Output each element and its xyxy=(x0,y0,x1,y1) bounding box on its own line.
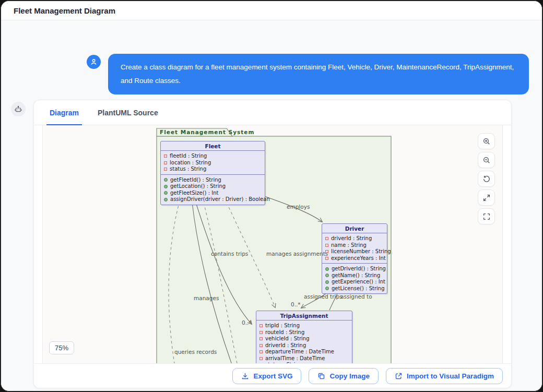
attribute-icon xyxy=(325,237,328,240)
attribute-icon xyxy=(259,337,263,340)
member-text: status : String xyxy=(265,362,302,363)
class-member: departureTime : DateTime xyxy=(259,349,349,355)
class-member: licenseNumber : String xyxy=(325,248,384,255)
class-member: getLicense() : String xyxy=(325,286,384,292)
class-member: getLocation() : String xyxy=(164,183,262,190)
class-member: getFleetId() : String xyxy=(164,177,262,184)
method-icon xyxy=(325,287,329,290)
member-text: tripId : String xyxy=(265,323,300,329)
robot-icon xyxy=(14,105,22,113)
edge-label-assigned-to: assigned to xyxy=(340,293,372,300)
panel-footer: Export SVG Copy Image Import to Visual P… xyxy=(34,363,511,388)
class-member: routeId : String xyxy=(259,329,349,336)
member-text: getFleetSize() : Int xyxy=(170,190,218,197)
member-text: getFleetId() : String xyxy=(170,177,221,184)
class-methods: getDriverId() : StringgetName() : String… xyxy=(322,264,387,293)
attribute-icon xyxy=(164,155,167,158)
class-member: experienceYears : Int xyxy=(325,255,384,262)
fullscreen-button[interactable] xyxy=(478,208,495,224)
edge-label-employs: employs xyxy=(287,204,310,210)
member-text: status : String xyxy=(170,166,206,173)
copy-image-button[interactable]: Copy Image xyxy=(309,368,379,384)
edge-label-manages: manages xyxy=(194,295,219,301)
assistant-avatar xyxy=(11,102,26,116)
package-title: Fleet Management System xyxy=(160,129,254,135)
diagram-canvas[interactable]: Fleet Management System Fleet fleetId : … xyxy=(42,125,503,363)
class-member: fleetId : String xyxy=(164,153,262,160)
member-text: vehicleId : String xyxy=(265,336,309,342)
class-member: location : String xyxy=(164,160,262,167)
window-header: Fleet Management Diagram xyxy=(1,1,542,20)
method-icon xyxy=(325,267,329,271)
tab-diagram[interactable]: Diagram xyxy=(50,100,79,125)
class-methods: getFleetId() : StringgetLocation() : Str… xyxy=(161,175,265,205)
page-title: Fleet Management Diagram xyxy=(14,6,115,15)
class-member: vehicleId : String xyxy=(259,336,349,342)
attribute-icon xyxy=(164,168,167,171)
diagram-panel: Diagram PlantUML Source xyxy=(33,100,512,388)
class-member: driverId : String xyxy=(259,342,349,349)
member-text: driverId : String xyxy=(331,235,372,242)
class-attributes: tripId : StringrouteId : StringvehicleId… xyxy=(256,320,352,363)
member-text: assignDriver(driver : Driver) : Boolean xyxy=(170,196,270,203)
user-message-bubble: Create a class diagram for a fleet manag… xyxy=(108,54,529,94)
user-avatar xyxy=(87,55,101,69)
member-text: getName() : String xyxy=(332,272,380,279)
member-text: getLocation() : String xyxy=(170,183,226,190)
member-text: licenseNumber : String xyxy=(331,248,391,255)
download-icon xyxy=(241,372,249,380)
reset-view-button[interactable] xyxy=(478,171,495,187)
zoom-in-icon xyxy=(482,137,491,146)
user-icon xyxy=(90,58,98,66)
attribute-icon xyxy=(164,161,167,164)
attribute-icon xyxy=(325,257,328,260)
class-title: Driver xyxy=(322,224,387,233)
attribute-icon xyxy=(259,350,263,353)
edge-label-assigned-trips: assigned trips xyxy=(304,293,343,300)
class-attributes: driverId : Stringname : StringlicenseNum… xyxy=(322,233,387,264)
class-member: status : String xyxy=(259,362,349,363)
class-attributes: fleetId : Stringlocation : Stringstatus … xyxy=(161,151,265,175)
copy-icon xyxy=(317,372,325,380)
import-visual-paradigm-button[interactable]: Import to Visual Paradigm xyxy=(386,368,503,384)
class-member: name : String xyxy=(325,242,384,249)
class-member: driverId : String xyxy=(325,235,384,242)
member-text: routeId : String xyxy=(265,329,304,336)
member-text: getDriverId() : String xyxy=(332,266,386,272)
class-member: getFleetSize() : Int xyxy=(164,190,262,197)
member-text: fleetId : String xyxy=(170,153,207,160)
class-member: arrivalTime : DateTime xyxy=(259,355,349,362)
class-member: getDriverId() : String xyxy=(325,266,384,272)
zoom-level-badge: 75% xyxy=(49,341,74,354)
export-svg-button[interactable]: Export SVG xyxy=(232,368,301,384)
zoom-controls xyxy=(478,133,495,224)
zoom-out-icon xyxy=(482,156,491,164)
tab-plantuml-source[interactable]: PlantUML Source xyxy=(98,100,158,125)
member-text: name : String xyxy=(331,242,367,249)
method-icon xyxy=(164,185,168,188)
class-title: TripAssignment xyxy=(256,311,352,320)
edge-label-contains-trips: contains trips xyxy=(211,251,248,257)
class-title: Fleet xyxy=(161,141,265,151)
class-member: tripId : String xyxy=(259,323,349,329)
zoom-out-button[interactable] xyxy=(478,152,495,168)
external-link-icon xyxy=(395,372,403,380)
attribute-icon xyxy=(259,344,263,347)
method-icon xyxy=(164,191,168,195)
expand-button[interactable] xyxy=(478,189,495,206)
member-text: departureTime : DateTime xyxy=(265,349,334,355)
method-icon xyxy=(164,198,168,201)
attribute-icon xyxy=(259,357,263,360)
diagram-layer: Fleet Management System Fleet fleetId : … xyxy=(43,125,502,363)
class-member: getExperience() : Int xyxy=(325,279,384,286)
member-text: driverId : String xyxy=(265,342,306,349)
multiplicity-manages: 0..* xyxy=(242,319,252,326)
expand-icon xyxy=(482,194,491,202)
zoom-in-button[interactable] xyxy=(478,133,495,149)
method-icon xyxy=(164,178,168,182)
class-member: assignDriver(driver : Driver) : Boolean xyxy=(164,196,262,203)
tab-bar: Diagram PlantUML Source xyxy=(34,100,511,125)
member-text: experienceYears : Int xyxy=(331,255,386,262)
class-member: status : String xyxy=(164,166,262,173)
main-area: Create a class diagram for a fleet manag… xyxy=(1,20,542,391)
